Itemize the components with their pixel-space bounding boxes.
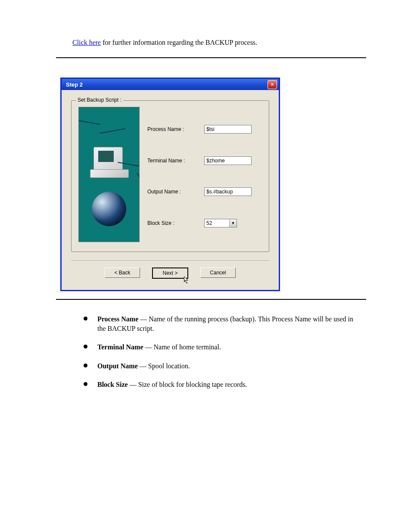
dialog-window: Step 2 × Set Backup Script :: [60, 78, 280, 291]
bullet-block-size-desc: — Size of block for blocking tape record…: [128, 381, 247, 388]
dialog-title: Step 2: [66, 81, 83, 88]
next-button-label: Next >: [162, 270, 177, 276]
block-size-row: Block Size : 52 ▼: [147, 219, 262, 227]
output-name-input[interactable]: [204, 187, 252, 196]
header-text: for further information regarding the BA…: [101, 39, 257, 46]
group-legend: Set Backup Script :: [76, 97, 123, 103]
process-name-label: Process Name :: [147, 126, 202, 132]
dialog-screenshot: Step 2 × Set Backup Script :: [60, 78, 283, 291]
terminal-name-input[interactable]: [204, 156, 252, 165]
bullet-output-name-desc: — Spool location.: [138, 362, 190, 370]
close-button[interactable]: ×: [268, 80, 277, 89]
block-size-value: 52: [205, 220, 229, 226]
dialog-side-image: [78, 107, 140, 242]
info-link[interactable]: Click here: [72, 39, 101, 47]
button-row: < Back Next > Cancel: [71, 266, 269, 285]
divider-top: [56, 57, 366, 58]
process-name-row: Process Name :: [147, 125, 262, 134]
dropdown-arrow-icon[interactable]: ▼: [229, 219, 237, 227]
back-button[interactable]: < Back: [105, 268, 140, 278]
terminal-name-label: Terminal Name :: [147, 158, 202, 164]
bullet-process-name: Process Name — Name of the running proce…: [80, 314, 356, 333]
bullet-terminal-name-desc: — Name of home terminal.: [143, 343, 221, 351]
close-icon: ×: [271, 82, 274, 87]
output-name-label: Output Name :: [147, 189, 202, 195]
bullet-list: Process Name — Name of the running proce…: [80, 314, 356, 389]
cursor-icon: [184, 276, 190, 284]
titlebar: Step 2 ×: [62, 79, 279, 90]
bullet-output-name-term: Output Name: [97, 362, 138, 370]
process-name-input[interactable]: [204, 125, 252, 134]
page-header: Click here for further information regar…: [0, 0, 411, 47]
divider-bottom: [56, 299, 366, 300]
next-button[interactable]: Next >: [152, 268, 188, 279]
bullet-output-name: Output Name — Spool location.: [80, 361, 356, 371]
bullet-terminal-name-term: Terminal Name: [97, 343, 143, 351]
output-name-row: Output Name :: [147, 187, 262, 196]
terminal-name-row: Terminal Name :: [147, 156, 262, 165]
dialog-body: Set Backup Script : Process Name :: [62, 90, 279, 290]
bullet-block-size: Block Size — Size of block for blocking …: [80, 380, 356, 389]
cancel-button[interactable]: Cancel: [200, 268, 236, 278]
block-size-select[interactable]: 52 ▼: [204, 219, 237, 227]
bullet-block-size-term: Block Size: [97, 381, 128, 388]
dialog-separator: [71, 261, 269, 261]
bullet-terminal-name: Terminal Name — Name of home terminal.: [80, 342, 356, 352]
form-column: Process Name : Terminal Name : Output Na…: [147, 107, 262, 242]
block-size-label: Block Size :: [147, 220, 202, 226]
bullet-process-name-term: Process Name: [97, 315, 138, 323]
set-backup-script-group: Set Backup Script : Process Name :: [71, 100, 269, 252]
